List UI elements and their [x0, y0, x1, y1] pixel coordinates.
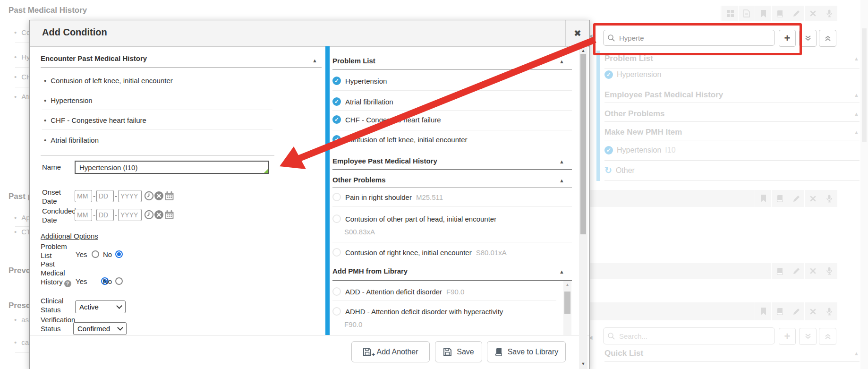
microphone-icon[interactable] [821, 6, 837, 21]
sidebar-item-hypertension[interactable]: ✓ Hypertension [604, 70, 661, 79]
collapse-icon[interactable]: ▲ [559, 159, 564, 164]
onset-yyyy-input[interactable] [118, 190, 142, 202]
encounter-pmh-item[interactable]: •Contusion of left knee, initial encount… [44, 77, 173, 85]
close-button[interactable]: ✖ [565, 20, 589, 46]
problem-list-no-radio[interactable] [115, 250, 123, 258]
close-x-icon[interactable] [804, 263, 821, 279]
library-item[interactable]: ADHD - Attention deficit disorder with h… [332, 307, 503, 316]
encounter-pmh-item[interactable]: •CHF - Congestive heart failure [44, 116, 146, 124]
pencil-icon[interactable] [788, 302, 804, 320]
concluded-mm-input[interactable] [75, 209, 92, 221]
divider [332, 110, 572, 111]
other-problem-item[interactable]: Contusion of right knee, initial encount… [332, 248, 507, 257]
employee-pmh-header: Employee Past Medical History [332, 157, 437, 165]
save-button[interactable]: Save [435, 341, 482, 362]
clinical-status-select[interactable]: Active [75, 300, 126, 313]
book-icon[interactable] [771, 6, 788, 21]
collapse-icon[interactable]: ▲ [854, 56, 859, 61]
encounter-pmh-item[interactable]: •Hypertension [44, 96, 93, 104]
calendar-icon[interactable] [164, 191, 174, 203]
scroll-up-icon[interactable]: ▲ [563, 283, 571, 287]
resize-grip-icon[interactable] [264, 169, 268, 173]
bookmark-icon[interactable] [755, 190, 771, 207]
collapse-icon[interactable]: ▲ [854, 351, 859, 356]
document-icon[interactable] [738, 6, 755, 21]
bookmark-icon[interactable] [755, 302, 771, 320]
help-icon[interactable]: ? [64, 280, 71, 287]
clear-date-icon[interactable] [154, 210, 164, 222]
chevron-double-up-icon [825, 333, 831, 340]
collapse-icon[interactable]: ▲ [854, 111, 859, 117]
sidebar-section-problem-list: Problem List [604, 54, 653, 63]
sidebar-section-make-new-pmh: Make New PMH Item [604, 128, 682, 137]
additional-options-link[interactable]: Additional Options [41, 232, 98, 240]
save-to-library-button[interactable]: Save to Library [487, 341, 566, 362]
close-x-icon[interactable] [804, 190, 821, 207]
date-separator: - [115, 211, 117, 219]
bullet-icon: • [14, 93, 17, 101]
pmh-no-radio[interactable] [115, 277, 123, 285]
clock-icon[interactable] [144, 191, 154, 203]
problem-list-item-selected[interactable]: ✓CHF - Congestive heart failure [332, 115, 441, 124]
microphone-icon[interactable] [821, 302, 837, 320]
microphone-icon[interactable] [821, 190, 837, 207]
search-input[interactable] [618, 332, 771, 341]
other-problem-item[interactable]: Contusion of other part of head, initial… [332, 215, 496, 223]
book-icon[interactable] [771, 263, 788, 279]
concluded-dd-input[interactable] [96, 209, 114, 221]
onset-mm-input[interactable] [75, 190, 92, 202]
microphone-icon[interactable] [821, 263, 837, 279]
icd-code: S80.01xA [476, 249, 507, 257]
no-label: No [103, 277, 112, 285]
name-input[interactable] [75, 161, 269, 174]
problem-list-option-label: Problem List [41, 242, 74, 260]
pencil-icon[interactable] [788, 6, 804, 21]
divider [15, 226, 29, 227]
collapse-all-button[interactable] [819, 328, 836, 345]
clear-date-icon[interactable] [154, 191, 164, 203]
library-scrollbar[interactable]: ▲ [563, 281, 571, 335]
book-icon[interactable] [771, 190, 788, 207]
problem-list-item-selected[interactable]: ✓Atrial fibrillation [332, 97, 393, 106]
bookmark-icon[interactable] [755, 6, 771, 21]
problem-list-item-selected[interactable]: ✓Hypertension [332, 77, 387, 85]
sidebar-item-hypertension-i10[interactable]: ✓ Hypertension I10 [604, 146, 676, 154]
add-another-button[interactable]: + Add Another [351, 341, 430, 362]
close-x-icon[interactable] [804, 302, 821, 320]
clock-icon[interactable] [144, 210, 154, 222]
expand-all-button[interactable] [799, 328, 817, 345]
sidebar-item-other[interactable]: ↻ Other [604, 165, 635, 176]
verification-status-select[interactable]: Confirmed [73, 322, 127, 335]
divider [42, 90, 272, 90]
problem-list-item-selected[interactable]: ✓Contusion of left knee, initial encount… [332, 135, 468, 144]
collapse-all-button[interactable] [819, 30, 836, 47]
collapse-icon[interactable]: ▲ [559, 178, 564, 183]
concluded-yyyy-input[interactable] [118, 209, 142, 221]
scroll-down-icon[interactable]: ▼ [579, 361, 587, 366]
scroll-up-icon[interactable]: ▲ [579, 48, 587, 53]
collapse-icon[interactable]: ▲ [559, 269, 564, 275]
collapse-icon[interactable]: ▲ [312, 58, 317, 63]
page-scrollbar-thumb[interactable] [862, 28, 867, 142]
encounter-pmh-item[interactable]: •Atrial fibrillation [44, 136, 99, 144]
calendar-icon[interactable] [164, 210, 174, 222]
collapse-icon[interactable]: ▲ [559, 59, 564, 64]
library-scrollbar-thumb[interactable] [564, 292, 570, 314]
other-problem-item[interactable]: Pain in right shoulderM25.511 [332, 193, 443, 201]
bullet-icon: • [44, 77, 46, 85]
pencil-icon[interactable] [788, 263, 804, 279]
modal-scrollbar[interactable]: ▲ ▼ [579, 46, 587, 369]
library-item[interactable]: ADD - Attention deficit disorderF90.0 [332, 287, 464, 296]
grid-icon[interactable] [722, 6, 738, 21]
onset-dd-input[interactable] [96, 190, 114, 202]
collapse-icon[interactable]: ▲ [854, 129, 859, 135]
problem-list-yes-radio[interactable] [92, 250, 99, 258]
add-quicklist-button[interactable]: + [779, 328, 796, 345]
close-x-icon[interactable] [804, 6, 821, 21]
pencil-icon[interactable] [788, 190, 804, 207]
page-scrollbar[interactable] [860, 0, 868, 369]
collapse-icon[interactable]: ▲ [854, 92, 859, 98]
book-icon[interactable] [771, 302, 788, 320]
divider [332, 130, 572, 130]
modal-scrollbar-thumb[interactable] [580, 54, 586, 234]
